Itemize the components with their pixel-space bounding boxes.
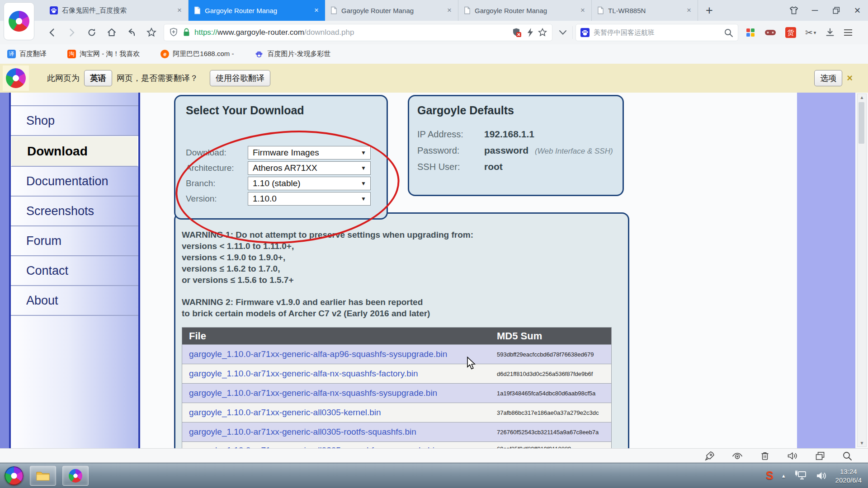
defaults-label: SSH User:	[417, 162, 484, 172]
file-link[interactable]: gargoyle_1.10.0-ar71xx-generic-all0305-s…	[182, 442, 497, 448]
taobao-badge-icon: 淘	[67, 50, 76, 58]
boost-rocket-icon[interactable]	[704, 450, 715, 461]
browser-logo-button[interactable]	[4, 2, 34, 40]
search-box[interactable]: 美暂停中国客运航班	[576, 24, 738, 41]
game-center-icon[interactable]	[764, 28, 776, 37]
tab-gargoyle-active[interactable]: Gargoyle Router Manag ×	[189, 0, 325, 21]
language-button[interactable]: 英语	[84, 70, 112, 86]
forward-icon[interactable]	[65, 25, 79, 40]
translate-bar: 此网页为 英语 网页，是否需要翻译？ 使用谷歌翻译 选项 ×	[0, 64, 868, 93]
window-controls: ─ ×	[783, 0, 868, 21]
split-window-icon[interactable]	[815, 450, 826, 461]
scroll-up-arrow-icon[interactable]: ▲	[858, 95, 866, 100]
sidebar-item-forum[interactable]: Forum	[11, 226, 138, 256]
restore-button[interactable]	[826, 0, 847, 21]
sidebar-item-partial	[11, 93, 138, 106]
tray-expand-icon[interactable]: ▲	[781, 473, 786, 479]
sogou-input-icon[interactable]: S	[766, 469, 774, 482]
tab-close-icon[interactable]: ×	[176, 6, 183, 15]
file-link[interactable]: gargoyle_1.10.0-ar71xx-generic-alfa-nx-s…	[182, 369, 497, 379]
bookmark-star-icon[interactable]	[538, 28, 547, 38]
folder-icon	[36, 470, 50, 482]
address-bar[interactable]: https://www.gargoyle-router.com/download…	[164, 24, 552, 41]
back-icon[interactable]	[45, 25, 59, 40]
tab-close-icon[interactable]: ×	[580, 6, 586, 15]
md5-value: 593dbff29eacfccbd6d78f76638ed679	[497, 351, 611, 358]
undo-icon[interactable]	[125, 25, 138, 40]
scissors-glyph: ✂	[805, 27, 813, 38]
table-row: gargoyle_1.10.0-ar71xx-generic-alfa-ap96…	[182, 344, 611, 364]
page-search-icon[interactable]	[842, 450, 853, 461]
sidebar-item-contact[interactable]: Contact	[11, 256, 138, 286]
sidebar-item-screenshots[interactable]: Screenshots	[11, 197, 138, 226]
translate-close-icon[interactable]: ×	[847, 72, 853, 84]
file-link[interactable]: gargoyle_1.10.0-ar71xx-generic-all0305-k…	[182, 408, 497, 418]
audio-speaker-icon[interactable]	[787, 450, 798, 461]
table-header-row: File MD5 Sum	[182, 328, 611, 344]
baidu-paw-outline-icon	[255, 50, 264, 59]
close-window-button[interactable]: ×	[847, 0, 868, 21]
reload-icon[interactable]	[85, 25, 99, 40]
menu-hamburger-icon[interactable]	[844, 29, 852, 36]
tab-tlwr885n[interactable]: TL-WR885N ×	[592, 0, 698, 21]
network-icon[interactable]	[794, 470, 807, 482]
options-button[interactable]: 选项	[814, 70, 842, 86]
tab-baidu-search[interactable]: 石像鬼固件_百度搜索 ×	[44, 0, 189, 21]
tab-close-icon[interactable]: ×	[686, 6, 692, 15]
browser-logo-icon	[9, 11, 29, 32]
bookmark-alibaba-1688[interactable]: e 阿里巴巴1688.com -	[160, 50, 234, 58]
table-row: gargoyle_1.10.0-ar71xx-generic-alfa-nx-s…	[182, 383, 611, 403]
right-margin-column	[797, 93, 855, 448]
url-text[interactable]: https://www.gargoyle-router.com/download…	[194, 28, 508, 37]
lightning-icon[interactable]	[526, 27, 534, 38]
tab-gargoyle-2[interactable]: Gargoyle Router Manag ×	[325, 0, 458, 21]
sidebar-item-about[interactable]: About	[11, 286, 138, 316]
file-link[interactable]: gargoyle_1.10.0-ar71xx-generic-alfa-nx-s…	[182, 388, 497, 398]
tab-close-icon[interactable]: ×	[446, 6, 453, 15]
scrollbar-thumb[interactable]	[859, 102, 864, 144]
shield-add-icon[interactable]	[169, 27, 179, 38]
scissors-caret-icon: ▾	[814, 30, 816, 36]
app-grid-icon[interactable]	[745, 28, 755, 38]
password-row: Password: password (Web Interface & SSH)	[417, 145, 613, 156]
download-manager-icon[interactable]	[825, 28, 835, 38]
sidebar-item-documentation[interactable]: Documentation	[11, 167, 138, 197]
home-icon[interactable]	[105, 25, 118, 40]
search-input[interactable]: 美暂停中国客运航班	[594, 28, 720, 37]
minimize-button[interactable]: ─	[804, 0, 826, 21]
scroll-down-arrow-icon[interactable]: ▼	[858, 441, 866, 446]
theme-skin-icon[interactable]	[783, 0, 804, 21]
start-button[interactable]	[5, 466, 24, 485]
trash-icon[interactable]	[760, 450, 770, 461]
tab-title: TL-WR885N	[608, 7, 682, 14]
eye-protect-icon[interactable]	[731, 450, 743, 461]
sidebar-item-download[interactable]: Download	[11, 136, 138, 167]
cargo-extension-icon[interactable]: 货	[785, 27, 796, 38]
toolbar-divider	[572, 26, 573, 39]
shield-blocked-icon[interactable]	[511, 27, 522, 38]
tab-gargoyle-3[interactable]: Gargoyle Router Manag ×	[458, 0, 592, 21]
warning1-line: versions < 1.9.0 to 1.9.0+,	[182, 252, 473, 263]
sidebar-item-shop[interactable]: Shop	[11, 106, 138, 136]
favorite-star-icon[interactable]	[145, 25, 158, 40]
address-dropdown-chevron-icon[interactable]	[556, 25, 570, 40]
browser-taskbar-button[interactable]	[62, 466, 89, 486]
search-magnifier-icon[interactable]	[724, 28, 733, 38]
file-link[interactable]: gargoyle_1.10.0-ar71xx-generic-alfa-ap96…	[182, 349, 497, 359]
bookmark-baidu-translate[interactable]: 译 百度翻译	[7, 50, 47, 58]
vertical-scrollbar[interactable]: ▲ ▼	[857, 94, 867, 447]
page-favicon-icon	[330, 6, 337, 14]
screenshot-scissors-icon[interactable]: ✂ ▾	[805, 27, 816, 38]
google-translate-button[interactable]: 使用谷歌翻译	[210, 70, 270, 86]
volume-icon[interactable]	[815, 470, 828, 482]
clock-date: 2020/6/4	[835, 476, 862, 484]
new-tab-button[interactable]: +	[698, 0, 721, 21]
bookmark-label: 阿里巴巴1688.com -	[173, 50, 234, 58]
taskbar-clock[interactable]: 13:24 2020/6/4	[835, 467, 862, 484]
tab-close-icon[interactable]: ×	[313, 6, 320, 15]
explorer-taskbar-button[interactable]	[30, 466, 56, 486]
table-row: gargoyle_1.10.0-ar71xx-generic-all0305-k…	[182, 403, 611, 422]
bookmark-baidu-images[interactable]: 百度图片-发现多彩世	[255, 50, 330, 59]
bookmark-taobao[interactable]: 淘 淘宝网 - 淘！我喜欢	[67, 50, 140, 58]
file-link[interactable]: gargoyle_1.10.0-ar71xx-generic-all0305-r…	[182, 427, 497, 437]
